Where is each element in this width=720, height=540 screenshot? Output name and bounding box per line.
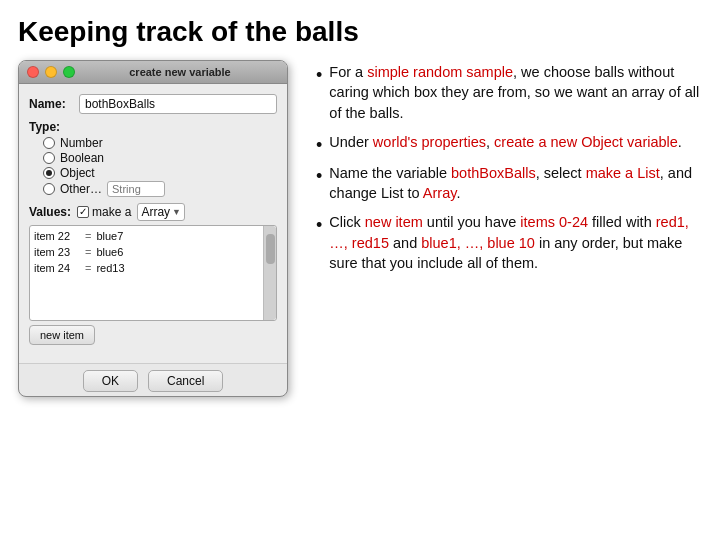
highlight-blue1-blue10: blue1, …, blue 10: [421, 235, 535, 251]
bullet-list: • For a simple random sample, we choose …: [316, 62, 702, 273]
array-dropdown[interactable]: Array ▼: [137, 203, 185, 221]
bullet-text-3: Name the variable bothBoxBalls, select m…: [329, 163, 702, 204]
name-row: Name:: [29, 94, 277, 114]
maximize-traffic-light[interactable]: [63, 66, 75, 78]
item-eq: =: [85, 230, 91, 242]
highlight-create-new: create a new Object variable: [494, 134, 678, 150]
highlight-world: world's: [373, 134, 418, 150]
values-list: item 22 = blue7 – item 23 = blue6 –: [30, 226, 276, 278]
array-label: Array: [141, 205, 170, 219]
content-row: create new variable Name: Type:: [18, 60, 702, 530]
bullet-text-2: Under world's properties, create a new O…: [329, 132, 682, 152]
bullet-dot-4: •: [316, 216, 322, 234]
make-a-checkbox-wrap[interactable]: ✓ make a: [77, 205, 131, 219]
item-eq: =: [85, 246, 91, 258]
radio-label-boolean: Boolean: [60, 151, 104, 165]
bullet-item-2: • Under world's properties, create a new…: [316, 132, 702, 154]
bullet-dot-1: •: [316, 66, 322, 84]
bullet-item-4: • Click new item until you have items 0-…: [316, 212, 702, 273]
radio-circle-number: [43, 137, 55, 149]
item-val: blue7: [96, 230, 262, 242]
item-key: item 23: [34, 246, 80, 258]
radio-boolean[interactable]: Boolean: [43, 151, 277, 165]
scrollbar[interactable]: [263, 226, 276, 320]
highlight-array: Array: [423, 185, 457, 201]
bullet-dot-2: •: [316, 136, 322, 154]
radio-circle-boolean: [43, 152, 55, 164]
item-eq: =: [85, 262, 91, 274]
radio-label-object: Object: [60, 166, 95, 180]
item-key: item 22: [34, 230, 80, 242]
list-item: item 24 = red13 –: [30, 260, 276, 276]
values-header: Values: ✓ make a Array ▼: [29, 203, 277, 221]
item-val: red13: [96, 262, 262, 274]
radio-circle-other: [43, 183, 55, 195]
dialog-body: Name: Type: Number: [19, 84, 287, 363]
values-label: Values:: [29, 205, 71, 219]
create-variable-dialog: create new variable Name: Type:: [18, 60, 288, 397]
item-val: blue6: [96, 246, 262, 258]
highlight-properties: properties: [422, 134, 486, 150]
dialog-footer: OK Cancel: [19, 363, 287, 396]
new-item-button[interactable]: new item: [29, 325, 95, 345]
dialog-column: create new variable Name: Type:: [18, 60, 298, 530]
highlight-new-item: new item: [365, 214, 423, 230]
checkbox-check-icon: ✓: [79, 207, 87, 217]
bullets-column: • For a simple random sample, we choose …: [316, 60, 702, 530]
type-radio-group: Number Boolean Object: [43, 136, 277, 197]
list-item: item 23 = blue6 –: [30, 244, 276, 260]
list-item: item 22 = blue7 –: [30, 228, 276, 244]
radio-object[interactable]: Object: [43, 166, 277, 180]
page-title: Keeping track of the balls: [18, 16, 702, 48]
make-a-checkbox[interactable]: ✓: [77, 206, 89, 218]
item-key: item 24: [34, 262, 80, 274]
name-label: Name:: [29, 97, 73, 111]
other-type-input[interactable]: [107, 181, 165, 197]
values-list-wrap: item 22 = blue7 – item 23 = blue6 –: [29, 225, 277, 321]
scroll-thumb[interactable]: [266, 234, 275, 264]
radio-other[interactable]: Other…: [43, 181, 277, 197]
bullet-dot-3: •: [316, 167, 322, 185]
page: Keeping track of the balls create new va…: [0, 0, 720, 540]
type-label: Type:: [29, 120, 73, 134]
radio-dot-object: [46, 170, 52, 176]
cancel-button[interactable]: Cancel: [148, 370, 223, 392]
ok-button[interactable]: OK: [83, 370, 138, 392]
dialog-titlebar: create new variable: [19, 61, 287, 84]
dropdown-arrow-icon: ▼: [172, 207, 181, 217]
bullet-item-1: • For a simple random sample, we choose …: [316, 62, 702, 123]
make-a-label: make a: [92, 205, 131, 219]
minimize-traffic-light[interactable]: [45, 66, 57, 78]
bullet-text-1: For a simple random sample, we choose ba…: [329, 62, 702, 123]
highlight-items-024: items 0-24: [520, 214, 588, 230]
dialog-title-text: create new variable: [81, 66, 279, 78]
radio-label-other: Other…: [60, 182, 102, 196]
bullet-text-4: Click new item until you have items 0-24…: [329, 212, 702, 273]
highlight-simple-random-sample: simple random sample: [367, 64, 513, 80]
highlight-make-a-list: make a List: [586, 165, 660, 181]
type-section: Type: Number Boolean: [29, 120, 277, 197]
name-input[interactable]: [79, 94, 277, 114]
bullet-item-3: • Name the variable bothBoxBalls, select…: [316, 163, 702, 204]
radio-label-number: Number: [60, 136, 103, 150]
close-traffic-light[interactable]: [27, 66, 39, 78]
highlight-bothboxballs: bothBoxBalls: [451, 165, 536, 181]
values-section: Values: ✓ make a Array ▼: [29, 203, 277, 353]
radio-circle-object: [43, 167, 55, 179]
radio-number[interactable]: Number: [43, 136, 277, 150]
